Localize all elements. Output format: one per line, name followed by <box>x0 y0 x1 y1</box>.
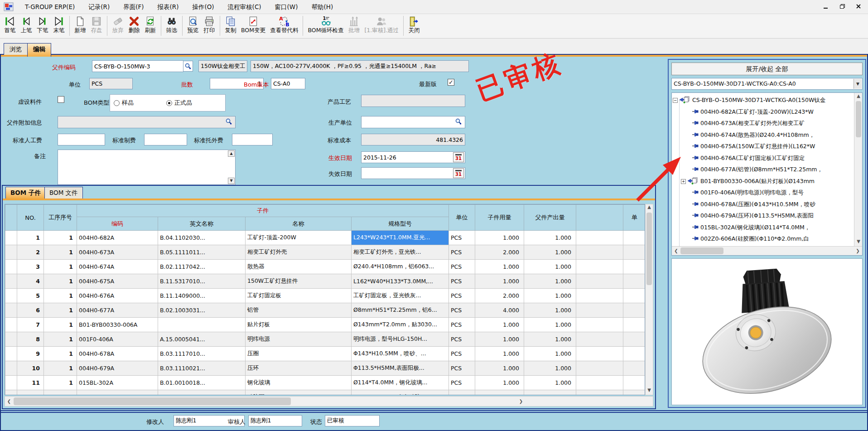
prod-unit-field[interactable] <box>361 116 465 128</box>
tree-item-8[interactable]: 004H0-678A(压圈)(Φ143*H10.5MM，喷砂 <box>692 199 863 210</box>
col-parent-qty[interactable]: 父件产出量 <box>524 205 576 231</box>
toolbar-new-doc-button[interactable]: 新增 <box>72 15 88 35</box>
table-row[interactable]: 91004H0-678AB.03.1117010...压圈Φ143*H10.5M… <box>5 347 646 361</box>
tab-edit[interactable]: 编辑 <box>27 43 51 57</box>
row-selector-cell[interactable] <box>5 303 17 318</box>
toolbar-nav-last-button[interactable]: 末笔 <box>51 15 67 35</box>
tree-item-9[interactable]: 004H0-679A(压环)(Φ113.5*H5MM,表面阳 <box>692 210 863 222</box>
toolbar-copy-button[interactable]: 复制 <box>222 15 239 35</box>
radio-sample[interactable] <box>114 100 120 106</box>
table-row[interactable]: 71B01-BYB00330-006A贴片灯板Ø143mm*T2.0mm，贴30… <box>5 318 646 332</box>
col-no[interactable]: NO. <box>17 205 44 231</box>
parent-name-field[interactable] <box>198 60 247 72</box>
col-unit[interactable]: 单位 <box>449 205 475 231</box>
prod-unit-search-icon[interactable] <box>455 118 463 126</box>
toolbar-refresh-button[interactable]: 刷新 <box>142 15 159 35</box>
remark-field[interactable] <box>58 150 236 185</box>
row-selector-cell[interactable] <box>5 289 17 303</box>
cell-spec[interactable]: 明纬电源，型号HLG-150H... <box>352 332 449 347</box>
process-field[interactable] <box>361 95 465 107</box>
tree-item-1[interactable]: 004H0-673A(相变工矿灯外壳)(相变工矿 <box>692 118 863 129</box>
cell-spec[interactable]: Ø143mm*T2.0mm，贴3030... <box>352 318 449 332</box>
table-scroll-left-icon[interactable]: ❮ <box>5 397 13 406</box>
restore-button[interactable] <box>835 1 849 12</box>
tree-item-3[interactable]: 004H0-675A(150W工矿灯悬挂件)(L162*W <box>692 141 863 152</box>
tree-item-7[interactable]: 001F0-406A(明纬电源)(明纬电源，型号 <box>692 187 863 199</box>
tree-scroll-left-icon[interactable]: ❮ <box>672 247 680 255</box>
parent-spec-field[interactable] <box>251 60 469 72</box>
table-scroll-up-icon[interactable]: ▲ <box>646 204 653 212</box>
tab-browse[interactable]: 浏览 <box>4 43 28 55</box>
tab-bom-children[interactable]: BOM 子件 <box>5 187 46 199</box>
row-selector-cell[interactable] <box>5 361 17 376</box>
col-extra[interactable]: 单 <box>623 205 646 231</box>
cell-spec[interactable]: Ø114*T4.0MM，钢化玻璃... <box>352 376 449 390</box>
row-selector-cell[interactable] <box>5 274 17 289</box>
tree-item-5[interactable]: 004H0-677A(铝管)(Ø8mm*H51*T2.25mm， <box>692 164 863 175</box>
toolbar-delete-button[interactable]: 删除 <box>126 15 142 35</box>
dropdown-arrow-icon[interactable]: ▼ <box>854 79 862 89</box>
toolbar-nav-first-button[interactable]: 首笔 <box>2 15 18 35</box>
expire-calendar-icon[interactable]: 31 <box>453 168 464 178</box>
cell-spec[interactable]: Ø8mm*H51*T2.25mm，铝6... <box>352 303 449 318</box>
table-row[interactable]: 81001F0-406AA.15.0005041...明纬电源明纬电源，型号HL… <box>5 332 646 347</box>
toolbar-filter-button[interactable]: 筛选 <box>164 15 180 35</box>
table-hscrollbar[interactable]: ❮ ❯ <box>5 396 653 407</box>
tree-expand-icon[interactable]: + <box>681 179 686 184</box>
table-row[interactable]: 61004H0-677AB.02.1003031...铝管Ø8mm*H51*T2… <box>5 303 646 318</box>
radio-formal[interactable] <box>166 100 172 106</box>
auditor-field[interactable] <box>248 415 302 426</box>
minimize-button[interactable] <box>819 1 833 12</box>
menu-item-7[interactable]: 帮助(H) <box>304 0 340 14</box>
std-labor-field[interactable] <box>58 134 105 145</box>
menu-item-2[interactable]: 界面(F) <box>116 0 150 14</box>
cell-spec[interactable]: 工矿灯固定板，亚光铁灰... <box>352 289 449 303</box>
remark-scroll-down-icon[interactable]: ▼ <box>228 178 235 184</box>
cell-spec[interactable]: L162*W40*H133*T3.0MM,... <box>352 274 449 289</box>
table-row[interactable]: 121002Z0-606AB.12.0540000...硅胶圈Φ110*Φ2.0… <box>5 390 646 396</box>
col-seq[interactable]: 工序序号 <box>44 205 77 231</box>
bom-version-dropdown[interactable]: CS-BYB-O-150MW-30D71-WCTKG-A0:CS-A0 ▼ <box>671 78 863 90</box>
col-qty[interactable]: 子件用量 <box>475 205 524 231</box>
menu-item-3[interactable]: 报表(R) <box>151 0 186 14</box>
tab-bom-files[interactable]: BOM 文件 <box>44 187 83 199</box>
tree-vscrollbar[interactable]: ▲ ▼ <box>854 93 862 246</box>
cell-spec[interactable]: Φ113.5*H5MM,表面阳极... <box>352 361 449 376</box>
cell-spec[interactable]: 相变工矿灯外壳，亚光铁... <box>352 245 449 260</box>
menu-item-0[interactable]: T-GROUP ERP(E) <box>18 0 82 14</box>
unit-field[interactable] <box>89 78 133 89</box>
col-code[interactable]: 编码 <box>77 217 158 231</box>
toolbar-close-door-button[interactable]: 关闭 <box>406 15 422 35</box>
cell-spec[interactable]: Φ143*H10.5MM，喷砂、... <box>352 347 449 361</box>
table-row[interactable]: 21004H0-673AB.05.1111011...相变工矿灯外壳相变工矿灯外… <box>5 245 646 260</box>
tree-item-10[interactable]: 015BL-302A(钢化玻璃)(Ø114*T4.0MM， <box>692 222 863 233</box>
table-row[interactable]: 11004H0-682AB.04.1102030...工矿灯-顶盖-200WL2… <box>5 231 646 245</box>
tree-expand-icon[interactable]: − <box>673 98 678 103</box>
effective-calendar-icon[interactable]: 31 <box>453 152 464 162</box>
std-mfg-field[interactable] <box>144 134 187 145</box>
expand-collapse-all-button[interactable]: 展开/收起 全部 <box>671 63 863 75</box>
row-selector-cell[interactable] <box>5 376 17 390</box>
row-selector-cell[interactable] <box>5 332 17 347</box>
table-row[interactable]: 41004H0-675AB.11.5317010...150W工矿灯悬挂件L16… <box>5 274 646 289</box>
table-row[interactable]: 51004H0-676AB.11.1409000...工矿灯固定板工矿灯固定板，… <box>5 289 646 303</box>
menu-item-4[interactable]: 操作(O) <box>185 0 221 14</box>
row-selector-cell[interactable] <box>5 231 17 245</box>
parent-code-search-icon[interactable] <box>183 61 193 72</box>
col-name[interactable]: 名称 <box>246 217 352 231</box>
bom-version-field[interactable] <box>271 78 305 89</box>
menu-item-6[interactable]: 窗口(W) <box>268 0 305 14</box>
row-selector-cell[interactable] <box>5 347 17 361</box>
toolbar-nav-prev-button[interactable]: 上笔 <box>18 15 34 35</box>
cell-spec[interactable]: Ø240.4*H108mm，铝6063... <box>352 260 449 274</box>
tree-item-11[interactable]: 002Z0-606A(硅胶圈)(Φ110*Φ2.0mm,白 <box>692 233 863 245</box>
col-spec[interactable]: 规格型号 <box>352 217 449 231</box>
row-selector-cell[interactable] <box>5 260 17 274</box>
tree-scroll-down-icon[interactable]: ▼ <box>855 239 862 246</box>
virtual-checkbox[interactable] <box>58 96 64 103</box>
tree-vscroll-thumb[interactable] <box>856 101 861 137</box>
toolbar-substitute-button[interactable]: AB查看替代料 <box>268 15 301 35</box>
effective-field[interactable] <box>361 151 465 163</box>
tree-item-0[interactable]: 004H0-682A(工矿灯-顶盖-200W)(L243*W <box>692 107 863 118</box>
expire-field[interactable] <box>361 167 465 179</box>
